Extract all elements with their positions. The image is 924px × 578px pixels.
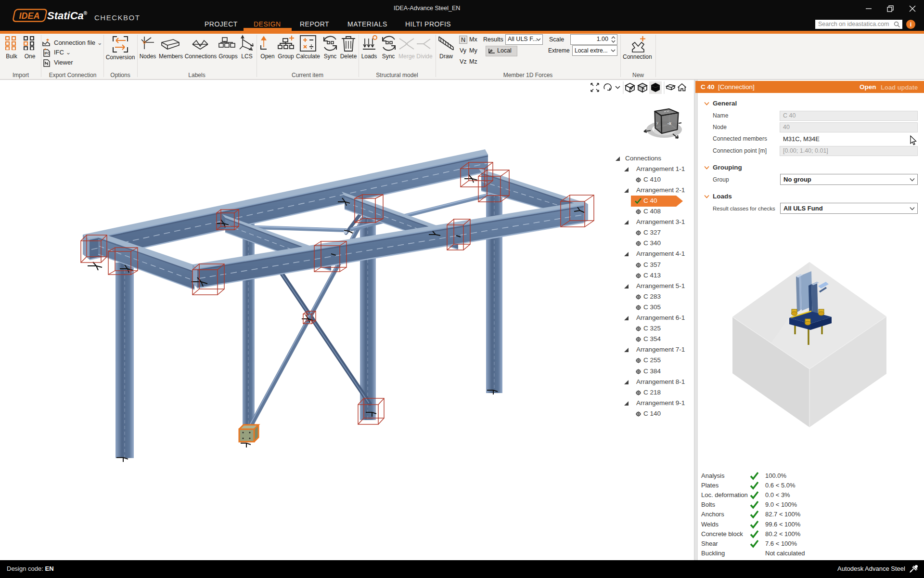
svg-text:IFC: IFC [45, 52, 50, 55]
svg-text:‑x: ‑x [667, 121, 671, 126]
svg-text:y: y [656, 120, 658, 125]
svg-text:IDEA: IDEA [19, 11, 39, 21]
